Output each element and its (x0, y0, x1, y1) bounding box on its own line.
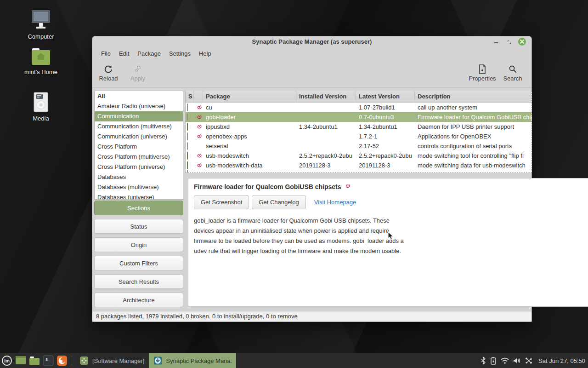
menu-edit[interactable]: Edit (115, 48, 133, 59)
desktop-icon-home[interactable]: mint's Home (19, 47, 63, 75)
section-item[interactable]: Communication (universe) (95, 132, 183, 142)
get-changelog-button[interactable]: Get Changelog (252, 195, 305, 209)
section-item[interactable]: Databases (universe) (95, 192, 183, 200)
package-checkbox[interactable] (187, 132, 188, 140)
package-table: S Package Installed Version Latest Versi… (185, 91, 532, 173)
section-item[interactable]: Cross Platform (universe) (95, 162, 183, 172)
table-row[interactable]: ippusbxd 1.34-2ubuntu1 1.34-2ubuntu1 Dae… (186, 122, 531, 132)
folder-icon (29, 356, 40, 366)
menu-file[interactable]: File (97, 48, 115, 59)
mouse-cursor (387, 231, 396, 242)
close-button[interactable] (518, 38, 526, 46)
package-checkbox[interactable] (187, 142, 188, 150)
show-desktop-button[interactable] (14, 353, 28, 368)
network-icon[interactable] (524, 356, 533, 365)
package-name: usb-modeswitch-data (203, 161, 296, 170)
search-button[interactable]: Search (497, 63, 529, 82)
properties-button[interactable]: Properties (466, 63, 498, 82)
section-item[interactable]: Cross Platform (multiverse) (95, 152, 183, 162)
menu-help[interactable]: Help (195, 48, 215, 59)
column-header-latest[interactable]: Latest Version (356, 91, 415, 103)
task-software-manager[interactable]: [Software Manager] (75, 353, 149, 368)
sections-filter-button[interactable]: Sections (94, 201, 183, 215)
battery-icon[interactable] (490, 356, 497, 365)
column-header-status[interactable]: S (186, 91, 194, 103)
task-label: [Software Manager] (92, 357, 144, 364)
taskbar-separator (72, 356, 72, 365)
synaptic-icon (153, 356, 162, 365)
section-item-all[interactable]: All (95, 91, 183, 101)
wifi-icon[interactable] (500, 357, 509, 364)
custom-filters-button[interactable]: Custom Filters (94, 256, 183, 270)
package-name: setserial (203, 141, 296, 151)
section-item[interactable]: Databases (95, 172, 183, 182)
package-name: gobi-loader (203, 112, 296, 122)
status-filter-button[interactable]: Status (94, 219, 183, 234)
installed-version: 1.34-2ubuntu1 (296, 122, 356, 132)
computer-icon (19, 9, 63, 30)
package-checkbox[interactable] (187, 123, 188, 131)
section-item[interactable]: Amateur Radio (universe) (95, 101, 183, 111)
installed-version (296, 103, 356, 112)
column-header-installed[interactable]: Installed Version (296, 91, 356, 103)
supported-icon (194, 114, 203, 120)
supported-icon (194, 162, 203, 168)
bluetooth-icon[interactable] (480, 356, 486, 365)
desktop-icon-computer[interactable]: Computer (19, 9, 63, 40)
package-description: Daemon for IPP USB printer support (415, 122, 531, 132)
section-item[interactable]: Cross Platform (95, 142, 183, 152)
files-launcher[interactable] (28, 353, 41, 368)
menu-settings[interactable]: Settings (165, 48, 195, 59)
system-tray: Sat Jun 27, 05:50 (480, 356, 588, 365)
visit-homepage-link[interactable]: Visit Homepage (314, 199, 356, 206)
package-checkbox[interactable] (187, 104, 188, 111)
maximize-button[interactable] (505, 38, 513, 46)
reload-button[interactable]: Reload (92, 63, 124, 82)
package-name: usb-modeswitch (203, 151, 296, 161)
section-item[interactable]: Communication (multiverse) (95, 121, 183, 132)
section-item[interactable]: Databases (multiverse) (95, 182, 183, 192)
desktop-icon-media[interactable]: Media (19, 92, 63, 122)
svg-text:lm: lm (4, 358, 10, 363)
table-row[interactable]: cu 1.07-27build1 call up another system (186, 103, 531, 112)
installed-version (296, 132, 356, 141)
terminal-launcher[interactable]: $_ (41, 353, 55, 368)
table-row-selected[interactable]: gobi-loader 0.7-0ubuntu3 Firmware loader… (186, 112, 531, 122)
installed-version: 20191128-3 (296, 161, 356, 170)
package-checkbox[interactable] (187, 152, 188, 160)
package-checkbox[interactable] (187, 161, 188, 169)
mint-menu-button[interactable]: lm (0, 353, 14, 368)
menubar: File Edit Package Settings Help (92, 47, 531, 60)
section-item-communication[interactable]: Communication (95, 111, 183, 121)
column-header-package[interactable]: Package (203, 91, 296, 103)
properties-label: Properties (466, 75, 498, 82)
package-description: Applications for OpenOBEX (415, 132, 531, 141)
firefox-launcher[interactable] (55, 353, 69, 368)
table-row[interactable]: setserial 2.17-52 controls configuration… (186, 141, 531, 151)
column-header-description[interactable]: Description (415, 91, 531, 103)
svg-text:$_: $_ (45, 357, 50, 362)
table-row[interactable]: usb-modeswitch 2.5.2+repack0-2ubu 2.5.2+… (186, 151, 531, 161)
package-checkbox[interactable] (187, 170, 188, 173)
volume-icon[interactable] (513, 357, 521, 364)
clock[interactable]: Sat Jun 27, 05:50 (538, 357, 585, 364)
get-screenshot-button[interactable]: Get Screenshot (194, 195, 249, 209)
table-row-partial[interactable] (186, 170, 531, 173)
titlebar[interactable]: Synaptic Package Manager (as superuser) (92, 36, 531, 47)
table-row[interactable]: openobex-apps 1.7.2-1 Applications for O… (186, 132, 531, 141)
search-icon (497, 63, 529, 75)
column-header-supported[interactable] (194, 91, 203, 103)
taskbar: lm $_ (0, 353, 588, 368)
minimize-button[interactable] (492, 38, 500, 46)
search-results-button[interactable]: Search Results (94, 274, 183, 289)
task-synaptic[interactable]: Synaptic Package Mana... (149, 353, 236, 368)
menu-package[interactable]: Package (133, 48, 165, 59)
package-checkbox[interactable] (187, 113, 188, 121)
apply-button[interactable]: Apply (122, 63, 154, 82)
package-description: call up another system (415, 103, 531, 112)
table-row[interactable]: usb-modeswitch-data 20191128-3 20191128-… (186, 161, 531, 170)
architecture-button[interactable]: Architecture (94, 293, 183, 307)
desktop-wallpaper: Computer mint's Home Media (0, 0, 588, 368)
origin-filter-button[interactable]: Origin (94, 237, 183, 252)
package-description: mode switching tool for controlling "fli… (415, 151, 531, 161)
